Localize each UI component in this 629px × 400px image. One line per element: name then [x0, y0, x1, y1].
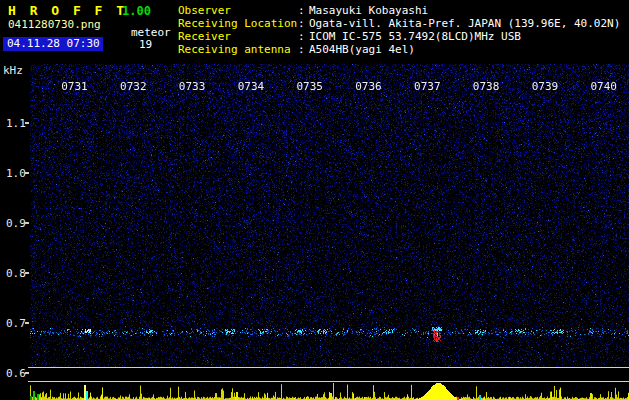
freq-tick-label: 1.1 — [6, 117, 26, 130]
info-row-antenna: Receiving antenna : A504HB(yagi 4el) — [178, 43, 620, 56]
info-value: ICOM IC-575 53.7492(8LCD)MHz USB — [309, 30, 521, 43]
hrofft-screen: H R O F F T 1.00 0411280730.png meteor 0… — [0, 0, 629, 400]
divider-line-bottom — [28, 381, 629, 382]
info-value: Masayuki Kobayashi — [309, 4, 428, 17]
time-tick-label: 0739 — [531, 80, 559, 93]
time-axis: 0731073207330734073507360737073807390740 — [30, 64, 629, 94]
time-tick-label: 0736 — [355, 80, 383, 93]
time-tick-label: 0733 — [178, 80, 206, 93]
app-version: 1.00 — [122, 4, 151, 18]
freq-tick-mark — [25, 172, 29, 174]
info-separator: : — [298, 17, 306, 30]
info-row-observer: Observer : Masayuki Kobayashi — [178, 4, 620, 17]
info-separator: : — [298, 4, 306, 17]
freq-tick-label: 0.7 — [6, 317, 26, 330]
info-label: Receiver — [178, 30, 298, 43]
time-tick-label: 0735 — [296, 80, 324, 93]
freq-tick-label: 0.9 — [6, 217, 26, 230]
freq-tick-mark — [25, 372, 29, 374]
station-info: Observer : Masayuki Kobayashi Receiving … — [178, 4, 620, 56]
info-row-receiver: Receiver : ICOM IC-575 53.7492(8LCD)MHz … — [178, 30, 620, 43]
info-value: Ogata-vill. Akita-Pref. JAPAN (139.96E, … — [309, 17, 620, 30]
info-value: A504HB(yagi 4el) — [309, 43, 415, 56]
meteor-count: 19 — [139, 38, 152, 51]
info-separator: : — [298, 43, 306, 56]
spectrogram-canvas — [30, 64, 629, 367]
time-tick-label: 0740 — [590, 80, 618, 93]
time-tick-label: 0732 — [119, 80, 147, 93]
time-tick-label: 0731 — [61, 80, 89, 93]
info-label: Receiving antenna — [178, 43, 298, 56]
freq-axis: 1.11.00.90.80.70.6 — [0, 0, 30, 400]
divider-line-top — [28, 367, 629, 368]
freq-tick-mark — [25, 222, 29, 224]
info-separator: : — [298, 30, 306, 43]
freq-tick-label: 1.0 — [6, 167, 26, 180]
freq-tick-label: 0.8 — [6, 267, 26, 280]
freq-tick-mark — [25, 322, 29, 324]
info-label: Receiving Location — [178, 17, 298, 30]
freq-tick-label: 0.6 — [6, 367, 26, 380]
info-row-location: Receiving Location : Ogata-vill. Akita-P… — [178, 17, 620, 30]
info-label: Observer — [178, 4, 298, 17]
time-tick-label: 0734 — [237, 80, 265, 93]
freq-tick-mark — [25, 272, 29, 274]
signal-level-canvas — [30, 383, 629, 400]
freq-tick-mark — [25, 122, 29, 124]
time-tick-label: 0737 — [413, 80, 441, 93]
time-tick-label: 0738 — [472, 80, 500, 93]
